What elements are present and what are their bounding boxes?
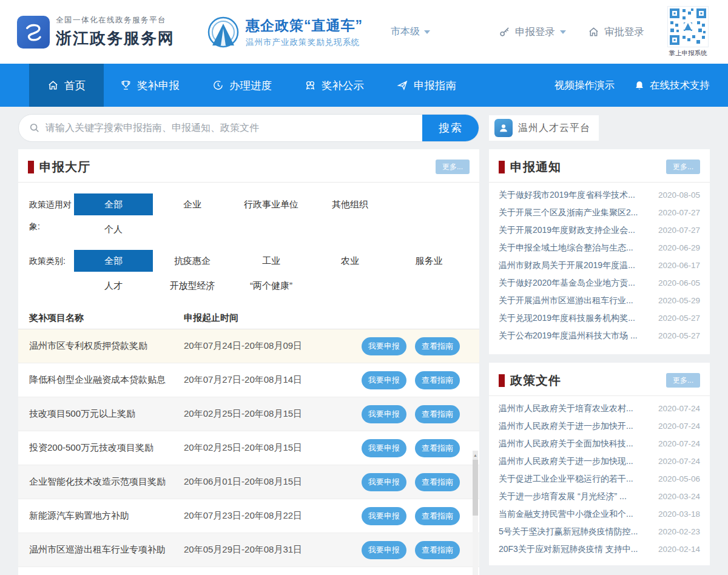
filter-chip-talent[interactable]: 人才 — [74, 275, 153, 297]
mobile-declare-qr: 掌上申报系统 — [665, 6, 711, 58]
search-input[interactable] — [46, 123, 422, 133]
filter-chip-all[interactable]: 全部 — [74, 193, 153, 215]
key-icon — [499, 26, 510, 38]
filter-chip-enterprise[interactable]: 企业 — [153, 193, 232, 215]
apply-button[interactable]: 我要申报 — [362, 541, 406, 559]
policy-title: 温州市人民政府关于进一步加快现... — [499, 456, 652, 467]
search-icon — [29, 123, 40, 133]
filter-policy-target: 政策适用对象: 全部 企业 行政事业单位 其他组织 个人 — [29, 193, 468, 240]
table-scrollbar[interactable]: ▲ — [473, 451, 478, 575]
notice-title: 温州市财政局关于开展2019年度温... — [499, 260, 652, 271]
view-guide-button[interactable]: 查看指南 — [415, 507, 460, 525]
policies-more-button[interactable]: 更多... — [666, 373, 700, 388]
person-icon — [494, 119, 513, 137]
subsidy-table: 温州市区专利权质押贷款奖励 20年07月24日-20年08月09日 我要申报 查… — [18, 329, 479, 575]
nav-tab-publicity[interactable]: 奖补公示 — [288, 64, 380, 107]
filter-chip-open-economy[interactable]: 开放型经济 — [153, 275, 232, 297]
policy-item[interactable]: 当前金融支持民营中小微企业和个... 2020-03-18 — [489, 505, 710, 523]
declare-login-link[interactable]: 申报登录 — [499, 25, 566, 39]
notice-item[interactable]: 温州市财政局关于开展2019年度温... 2020-06-17 — [489, 257, 710, 274]
notice-title: 关于开展2019年度财政支持企业会... — [499, 225, 652, 236]
policy-item[interactable]: 关于进一步培育发展 “月光经济” ... 2020-03-24 — [489, 488, 710, 505]
filter-chip-individual[interactable]: 个人 — [74, 218, 153, 240]
notice-item[interactable]: 关于申报全域土地综合整治与生态... 2020-06-29 — [489, 239, 710, 257]
policy-item[interactable]: 温州市人民政府关于进一步加快现... 2020-07-24 — [489, 452, 710, 470]
apply-button[interactable]: 我要申报 — [362, 439, 406, 457]
notice-item[interactable]: 关于开展2019年度财政支持企业会... 2020-07-27 — [489, 221, 710, 239]
filter-chip-admin-unit[interactable]: 行政事业单位 — [232, 193, 311, 215]
apply-button[interactable]: 我要申报 — [362, 473, 406, 491]
video-demo-link[interactable]: 视频操作演示 — [554, 79, 615, 92]
policy-item[interactable]: 关于促进工业企业平稳运行的若干... 2020-05-06 — [489, 470, 710, 488]
section-marker — [499, 374, 505, 387]
project-name: 投资200-500万元技改项目奖励 — [29, 442, 184, 454]
section-marker — [28, 161, 34, 173]
system-title: 惠企政策“直通车” — [246, 16, 363, 35]
chevron-down-icon — [560, 30, 566, 34]
approve-login-link[interactable]: 审批登录 — [588, 25, 644, 39]
apply-button[interactable]: 我要申报 — [362, 405, 406, 423]
policy-date: 2020-03-18 — [658, 509, 700, 519]
notice-item[interactable]: 关于公布2019年度温州科技大市场 ... 2020-05-27 — [489, 327, 710, 345]
policy-item[interactable]: 20F3关于应对新冠肺炎疫情 支持中... 2020-02-14 — [489, 540, 710, 558]
filter-chip-other-org[interactable]: 其他组织 — [311, 193, 389, 215]
apply-button[interactable]: 我要申报 — [362, 371, 406, 389]
policy-item[interactable]: 温州市人民政府关于全面加快科技... 2020-07-24 — [489, 435, 710, 452]
notice-item[interactable]: 关于兑现2019年度科技服务机构奖... 2020-05-27 — [489, 309, 710, 327]
main-nav: 首页 奖补申报 办理进度 奖补公示 申报指南 视频操作演示 在线技术支持 — [0, 64, 728, 107]
declare-period: 20年02月25日-20年08月15日 — [184, 408, 355, 420]
notice-title: 关于公布2019年度温州科技大市场 ... — [499, 331, 652, 341]
filter-chip-all-category[interactable]: 全部 — [74, 250, 153, 272]
notice-item[interactable]: 关于做好2020年基金岛企业地方贡... 2020-06-05 — [489, 274, 710, 292]
filter-chip-service[interactable]: 服务业 — [389, 250, 468, 272]
view-guide-button[interactable]: 查看指南 — [415, 337, 460, 355]
scrollbar-thumb[interactable] — [473, 460, 478, 516]
declare-period: 20年05月29日-20年08月31日 — [184, 544, 355, 556]
project-name: 企业智能化技术改造示范项目奖励 — [29, 476, 184, 488]
filter-policy-category: 政策类别: 全部 抗疫惠企 工业 农业 服务业 人才 开放型经济 “两个健康” — [29, 250, 468, 297]
tech-support-link[interactable]: 在线技术支持 — [634, 79, 710, 92]
apply-button[interactable]: 我要申报 — [362, 507, 406, 525]
notices-more-button[interactable]: 更多... — [666, 160, 700, 174]
policy-title: 20F3关于应对新冠肺炎疫情 支持中... — [499, 544, 652, 555]
bell-icon — [634, 80, 645, 91]
notice-date: 2020-06-05 — [658, 278, 700, 288]
policy-item[interactable]: 温州市人民政府关于进一步加快开... 2020-07-24 — [489, 417, 710, 435]
policy-item[interactable]: 温州市人民政府关于培育农业农村... 2020-07-24 — [489, 400, 710, 417]
talent-platform-link[interactable]: 温州人才云平台 — [489, 115, 599, 141]
nav-tab-home[interactable]: 首页 — [29, 64, 104, 107]
column-time-range: 申报起止时间 — [184, 312, 238, 324]
scrollbar-up-arrow[interactable]: ▲ — [473, 451, 478, 460]
table-row: 温州市区专利权质押贷款奖励 20年07月24日-20年08月09日 我要申报 查… — [18, 329, 479, 363]
hall-more-button[interactable]: 更多... — [436, 160, 470, 174]
filter-chip-antiepidemic[interactable]: 抗疫惠企 — [153, 250, 232, 272]
paper-plane-icon — [397, 79, 408, 91]
view-guide-button[interactable]: 查看指南 — [415, 473, 460, 491]
policy-files-card: 政策文件 更多... 温州市人民政府关于培育农业农村... 2020-07-24… — [489, 363, 710, 565]
view-guide-button[interactable]: 查看指南 — [415, 371, 460, 389]
filter-chip-agriculture[interactable]: 农业 — [311, 250, 389, 272]
region-selector[interactable]: 市本级 — [391, 25, 430, 38]
view-guide-button[interactable]: 查看指南 — [415, 439, 460, 457]
notice-title: 关于做好2020年基金岛企业地方贡... — [499, 278, 652, 289]
nav-tab-progress[interactable]: 办理进度 — [196, 64, 288, 107]
column-project-name: 奖补项目名称 — [29, 312, 184, 324]
view-guide-button[interactable]: 查看指南 — [415, 405, 460, 423]
policy-date: 2020-07-24 — [658, 457, 700, 466]
view-guide-button[interactable]: 查看指南 — [415, 541, 460, 559]
filter-chip-two-healths[interactable]: “两个健康” — [232, 275, 311, 297]
project-name: 温州市区专利权质押贷款奖励 — [29, 340, 184, 352]
home-icon — [47, 79, 59, 91]
notice-item[interactable]: 关于做好我市2019年度省科学技术... 2020-08-05 — [489, 186, 710, 204]
notice-item[interactable]: 关于开展温州市区巡游出租车行业... 2020-05-29 — [489, 292, 710, 309]
filter-chip-industry[interactable]: 工业 — [232, 250, 311, 272]
declare-period: 20年07月27日-20年08月14日 — [184, 374, 355, 386]
policy-item[interactable]: 5号关于坚决打赢新冠肺炎疫情防控... 2020-02-23 — [489, 523, 710, 540]
notice-date: 2020-05-27 — [658, 314, 700, 323]
nav-tab-declare[interactable]: 奖补申报 — [104, 64, 196, 107]
notice-item[interactable]: 关于开展三个区及浙南产业集聚区2... 2020-07-27 — [489, 204, 710, 221]
nav-tab-guide[interactable]: 申报指南 — [380, 64, 473, 107]
search-button[interactable]: 搜索 — [422, 114, 479, 142]
policy-date: 2020-07-24 — [658, 439, 700, 448]
apply-button[interactable]: 我要申报 — [362, 337, 406, 355]
